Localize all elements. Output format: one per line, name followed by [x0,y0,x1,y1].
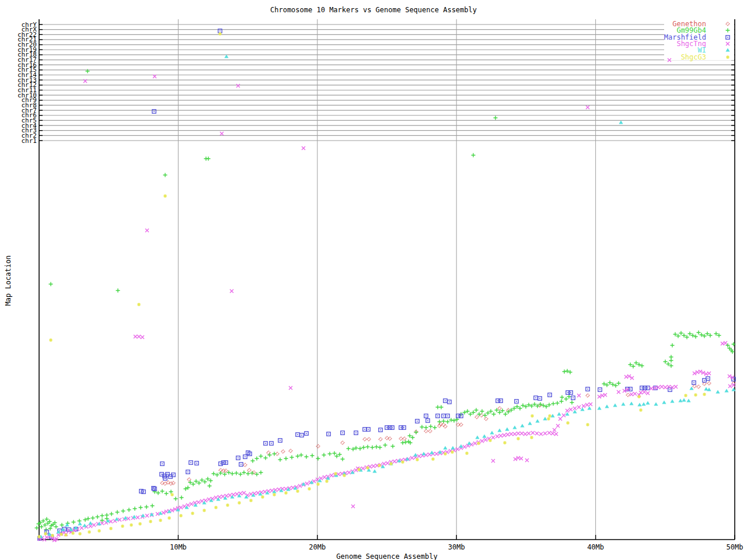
x-tick-label-10Mb: 10Mb [160,543,196,551]
series-ShgcG3 [37,32,706,538]
legend-row-Genethon: Genethon [584,20,747,27]
plot-canvas [0,0,747,560]
y-axis-label: Map Location [4,251,12,310]
legend-marker-plus-icon [724,27,732,34]
series-WI [39,55,735,538]
series-ShgcTng [38,58,735,542]
legend-row-WI: WI [584,47,747,54]
x-tick-label-40Mb: 40Mb [578,543,613,551]
chart-title: Chromosome 10 Markers vs Genome Sequence… [0,6,747,14]
x-axis-label: Genome Sequence Assembly [0,552,747,560]
legend-marker-x-cross-icon [724,40,732,47]
legend-label-ShgcTng: ShgcTng [589,40,706,47]
chrom-label-chr1: chr1 [2,138,37,144]
x-tick-label-20Mb: 20Mb [300,543,335,551]
legend-marker-diamond-open-icon [724,20,732,27]
legend-label-ShgcG3: ShgcG3 [589,54,706,61]
legend-row-ShgcG3: ShgcG3 [584,54,747,61]
legend-row-ShgcTng: ShgcTng [584,40,747,47]
legend-row-Marshfield: Marshfield [584,34,747,41]
series-Genethon [160,382,735,485]
legend-marker-asterisk-icon [724,54,732,61]
legend-marker-square-dot-icon [724,34,732,41]
legend-marker-triangle-filled-icon [724,47,732,54]
x-tick-label-30Mb: 30Mb [439,543,474,551]
chart-window: Chromosome 10 Markers vs Genome Sequence… [0,0,747,560]
x-tick-label-50Mb: 50Mb [717,543,747,551]
